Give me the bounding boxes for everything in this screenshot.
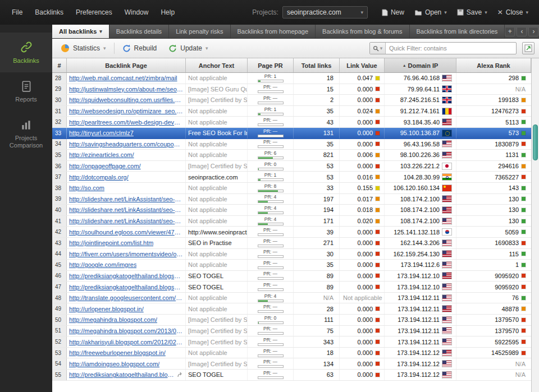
column-header-link-value[interactable]: Link Value [340, 58, 385, 72]
backlink-url-link[interactable]: http://webseodesign.ro/optimizare_seo.ht… [69, 108, 183, 114]
column-header-page-pr[interactable]: Page PR [248, 58, 294, 72]
table-row[interactable]: 34http://savingsheadquarters.com/coupon/… [52, 139, 531, 150]
backlink-url-link[interactable]: http://squidwebconsulting.com.usrfiles.c… [69, 96, 183, 103]
column-header-domain-ip[interactable]: ▲ Domain IP [385, 58, 456, 72]
backlink-url-link[interactable]: http://translate.googleusercontent.com/t… [69, 294, 183, 301]
table-row[interactable]: 31http://webseodesign.ro/optimizare_seo.… [52, 106, 531, 117]
advanced-search-button[interactable] [522, 42, 535, 54]
vertical-scrollbar[interactable] [531, 58, 539, 392]
backlink-url-link[interactable]: http://urlopener.blogspot.in/ [69, 306, 144, 312]
backlink-url-link[interactable]: http://tinyurl.com/clmlz7 [69, 130, 134, 136]
table-row[interactable]: 33http://tinyurl.com/clmlz7Free SEO Book… [52, 128, 531, 139]
scroll-tabs-right-button[interactable]: › [528, 27, 538, 36]
save-project-button[interactable]: Save ▾ [452, 6, 492, 19]
table-row[interactable]: 38http://so.comNot applicablePR: 8330.15… [52, 183, 531, 194]
backlink-url-link[interactable]: http://slideshare.net/LinkAssistant/seo-… [69, 206, 183, 213]
backlink-url-link[interactable]: http://slideshare.net/LinkAssistant/seo-… [69, 218, 183, 224]
project-selector[interactable]: seoinpractice.com ▾ [282, 6, 368, 19]
sidebar-item-reports[interactable]: Reports [0, 72, 52, 111]
table-row[interactable]: 44http://fiverr.com/users/imomentsvideo/… [52, 249, 531, 260]
backlink-url-link[interactable]: http://web.mail.comcast.net/zimbra/mail [69, 75, 177, 81]
add-tab-button[interactable]: + [505, 27, 515, 36]
menu-window[interactable]: Window [118, 5, 155, 20]
table-row[interactable]: 53http://freeweburlopener.blogspot.in/No… [52, 348, 531, 359]
backlink-url-link[interactable]: http://prediksiangkatogelthailand.blogsp… [69, 273, 183, 279]
backlink-url-link[interactable]: http://prediksiangkatogelthailand.blogsp… [69, 371, 176, 378]
backlink-url-link[interactable]: http://google.com/imgres [69, 261, 136, 268]
tab-backlinks-from-homepage[interactable]: Backlinks from homepage [231, 25, 316, 38]
table-row[interactable]: 45http://google.com/imgresNot applicable… [52, 260, 531, 271]
rebuild-button[interactable]: Rebuild [118, 42, 161, 55]
table-row[interactable]: 39http://slideshare.net/LinkAssistant/se… [52, 194, 531, 205]
statistics-button[interactable]: Statistics ▾ [57, 41, 110, 55]
close-project-button[interactable]: ✕ Close ▾ [492, 6, 533, 19]
table-row[interactable]: 29http://justinwalmsley.com/about-me/seo… [52, 84, 531, 95]
update-button[interactable]: Update ▾ [165, 42, 212, 55]
column-header-backlink-page[interactable]: Backlink Page [67, 58, 186, 72]
table-row[interactable]: 55http://prediksiangkatogelthailand.blog… [52, 370, 531, 381]
backlink-url-link[interactable]: http://slideshare.net/LinkAssistant/seo-… [69, 196, 183, 202]
backlink-url-link[interactable]: http://pearltrees.com/t/web-design-devel… [69, 119, 183, 126]
table-row[interactable]: 36http://onpageoffpage.com/[Image] Certi… [52, 161, 531, 172]
menu-file[interactable]: File [6, 5, 29, 20]
scroll-tabs-left-button[interactable]: ‹ [517, 27, 527, 36]
table-row[interactable]: 46http://prediksiangkatogelthailand.blog… [52, 271, 531, 282]
backlink-url-link[interactable]: http://onpageoffpage.com/ [69, 163, 141, 169]
backlink-url-link[interactable]: http://megahindra.blogspot.com/ [69, 316, 157, 323]
menu-help[interactable]: Help [154, 5, 181, 20]
backlink-url-link[interactable]: http://dotcompals.org/ [69, 174, 129, 181]
table-row[interactable]: 28http://web.mail.comcast.net/zimbra/mai… [52, 73, 531, 84]
backlink-url-link[interactable]: http://prediksiangkatogelthailand.blogsp… [69, 284, 183, 290]
tab-backlinks-from-link-directories[interactable]: Backlinks from link directories [410, 25, 505, 38]
new-project-button[interactable]: New [377, 6, 409, 19]
backlink-url-link[interactable]: http://savingsheadquarters.com/coupon/Li… [69, 141, 183, 147]
tab-link-penalty-risks[interactable]: Link penalty risks [169, 25, 230, 38]
table-row[interactable]: 37http://dotcompals.org/seoinpractice.co… [52, 172, 531, 183]
quick-filter-mode-button[interactable]: ▾ [370, 43, 386, 54]
tab-backlinks-details[interactable]: Backlinks details [109, 25, 169, 38]
table-row[interactable]: 52http://akharisyuli.blogspot.com/2012/0… [52, 336, 531, 348]
backlink-url-link[interactable]: http://so.com [69, 185, 104, 191]
backlink-url-link[interactable]: http://akharisyuli.blogspot.com/2012/02/… [69, 339, 183, 345]
alexa-rank-cell: 5059 [456, 227, 531, 237]
tab-backlinks-from-blog-forums[interactable]: Backlinks from blog & forums [316, 25, 409, 38]
table-row[interactable]: 35http://ezinearticles.com/Not applicabl… [52, 150, 531, 161]
country-flag-icon-gb [442, 97, 451, 103]
backlink-url-link[interactable]: http://fiverr.com/users/imomentsvideo/or… [69, 251, 183, 257]
domain-ip-cell: 162.144.3.206 [385, 238, 456, 248]
table-row[interactable]: 30http://squidwebconsulting.com.usrfiles… [52, 95, 531, 106]
backlink-url-link[interactable]: http://iamdoingseo.blogspot.com/ [69, 361, 159, 367]
open-project-button[interactable]: Open ▾ [409, 6, 452, 19]
menu-backlinks[interactable]: Backlinks [29, 5, 70, 20]
table-row[interactable]: 40http://slideshare.net/LinkAssistant/se… [52, 205, 531, 216]
column-header-number[interactable]: # [52, 58, 67, 72]
backlink-url-link[interactable]: http://ezinearticles.com/ [69, 151, 134, 158]
table-row[interactable]: 47http://prediksiangkatogelthailand.blog… [52, 282, 531, 293]
table-row[interactable]: 48http://translate.googleusercontent.com… [52, 293, 531, 304]
column-header-total-links[interactable]: Total links [294, 58, 340, 72]
tab-all-backlinks[interactable]: All backlinks ▾ [52, 25, 109, 38]
sidebar-item-backlinks[interactable]: Backlinks [0, 33, 52, 72]
row-number-cell: 40 [52, 205, 67, 215]
table-row[interactable]: 41http://slideshare.net/LinkAssistant/se… [52, 216, 531, 227]
table-row[interactable]: 54http://iamdoingseo.blogspot.com/[Image… [52, 358, 531, 370]
backlink-url-link[interactable]: http://jointlinepoint.com/list.htm [69, 239, 153, 246]
link-value-indicator [376, 186, 380, 190]
menu-preferences[interactable]: Preferences [70, 5, 118, 20]
backlink-url-link[interactable]: http://megahindra.blogspot.com/2013/02/c… [69, 328, 183, 334]
table-row[interactable]: 43http://jointlinepoint.com/list.htmSEO … [52, 238, 531, 249]
table-row[interactable]: 32http://pearltrees.com/t/web-design-dev… [52, 117, 531, 128]
table-row[interactable]: 50http://megahindra.blogspot.com/[Image]… [52, 315, 531, 326]
scrollbar-thumb[interactable] [533, 124, 538, 160]
page-pr-value: PR: — [263, 85, 277, 89]
table-row[interactable]: 42http://soulhound.egloos.com/viewer/471… [52, 227, 531, 238]
sidebar-item-projects-comparison[interactable]: Projects Comparison [0, 111, 52, 157]
backlink-url-link[interactable]: http://justinwalmsley.com/about-me/seo-g… [69, 86, 183, 93]
column-header-alexa-rank[interactable]: Alexa Rank [456, 58, 531, 72]
table-row[interactable]: 49http://urlopener.blogspot.in/Not appli… [52, 303, 531, 315]
column-header-anchor-text[interactable]: Anchor Text [186, 58, 248, 72]
backlink-url-link[interactable]: http://freeweburlopener.blogspot.in/ [69, 349, 166, 356]
quick-filter-input[interactable] [386, 45, 516, 52]
backlink-url-link[interactable]: http://soulhound.egloos.com/viewer/47122… [69, 229, 183, 236]
table-row[interactable]: 51http://megahindra.blogspot.com/2013/02… [52, 326, 531, 337]
